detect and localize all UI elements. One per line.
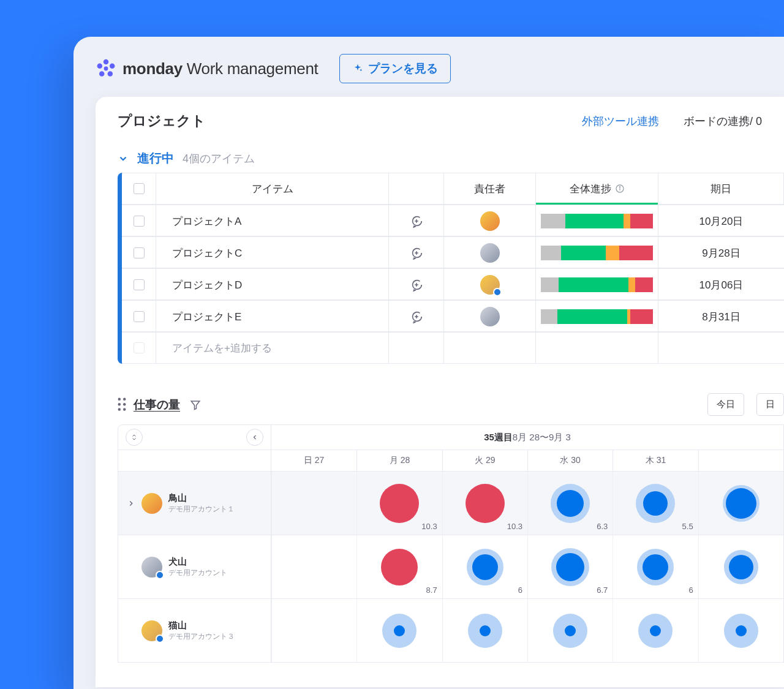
svg-point-19 — [118, 403, 121, 405]
owner-cell[interactable] — [444, 301, 536, 333]
today-button[interactable]: 今日 — [707, 393, 744, 416]
workload-bubble[interactable] — [637, 549, 674, 585]
due-date[interactable]: 9月28日 — [658, 237, 784, 269]
workload-value: 6 — [688, 585, 693, 595]
checkbox[interactable] — [134, 216, 145, 227]
board-integrations-label[interactable]: ボードの連携/ 0 — [684, 114, 762, 129]
chevron-right-icon[interactable] — [127, 499, 135, 508]
expand-rows-button[interactable] — [126, 429, 143, 446]
workload-title[interactable]: 仕事の量 — [134, 397, 180, 413]
item-name[interactable]: プロジェクトE — [156, 301, 389, 333]
add-chat-cell[interactable] — [389, 301, 444, 333]
progress-bar — [541, 277, 653, 292]
col-item[interactable]: アイテム — [156, 173, 389, 204]
day-header: 木 31 — [612, 450, 698, 471]
workload-person[interactable]: 鳥山 デモ用アカウント１ — [118, 472, 271, 535]
row-checkbox-cell[interactable] — [122, 205, 156, 237]
workload-bubble[interactable] — [467, 549, 503, 585]
workload-bubble[interactable] — [468, 614, 502, 648]
workload-person[interactable]: 猫山 デモ用アカウント３ — [118, 599, 271, 662]
person-name: 鳥山 — [168, 492, 235, 504]
due-date[interactable]: 8月31日 — [658, 301, 784, 333]
col-progress[interactable]: 全体進捗 — [536, 173, 658, 204]
checkbox — [134, 342, 145, 353]
item-name[interactable]: プロジェクトC — [156, 237, 389, 269]
day-toggle-button[interactable]: 日 — [756, 393, 784, 416]
item-name[interactable]: プロジェクトA — [156, 205, 389, 237]
add-chat-icon — [410, 214, 423, 228]
svg-point-5 — [104, 67, 108, 71]
workload-cell — [271, 472, 356, 535]
prev-week-button[interactable] — [246, 429, 263, 446]
table-row[interactable]: プロジェクトC 9月28日 — [122, 236, 784, 268]
workload-bubble[interactable] — [724, 614, 758, 648]
view-plans-label: プランを見る — [368, 61, 438, 77]
filter-icon[interactable] — [190, 399, 201, 410]
add-chat-cell[interactable] — [389, 237, 444, 269]
workload-bubble[interactable] — [466, 484, 505, 523]
workload-bubble[interactable] — [382, 614, 417, 648]
progress-bar — [541, 309, 653, 324]
add-chat-icon — [410, 278, 423, 292]
row-checkbox-cell[interactable] — [122, 301, 156, 333]
workload-bubble[interactable] — [724, 550, 758, 584]
checkbox[interactable] — [134, 183, 145, 194]
checkbox[interactable] — [134, 311, 145, 322]
workload-bubble[interactable] — [551, 484, 590, 523]
owner-cell[interactable] — [444, 237, 536, 269]
brand-text: monday Work management — [123, 59, 318, 78]
owner-cell[interactable] — [444, 205, 536, 237]
workload-cell: 5.5 — [612, 472, 698, 535]
workload-value: 6.7 — [597, 585, 608, 595]
select-all-cell[interactable] — [122, 173, 156, 204]
workload-bubble[interactable] — [636, 484, 675, 523]
progress-cell[interactable] — [536, 237, 658, 269]
workload-cell — [442, 599, 527, 662]
workload-bubble[interactable] — [551, 548, 589, 586]
col-owner[interactable]: 責任者 — [444, 173, 536, 204]
table-row[interactable]: プロジェクトA 10月20日 — [122, 205, 784, 236]
checkbox[interactable] — [134, 279, 145, 290]
workload-value: 6.3 — [597, 522, 608, 531]
workload-bubble[interactable] — [381, 549, 418, 585]
view-plans-button[interactable]: プランを見る — [339, 54, 451, 83]
progress-cell[interactable] — [536, 269, 658, 301]
svg-marker-23 — [191, 401, 200, 410]
external-tools-link[interactable]: 外部ツール連携 — [582, 114, 659, 129]
progress-cell[interactable] — [536, 205, 658, 237]
checkbox[interactable] — [134, 247, 145, 258]
add-chat-cell[interactable] — [389, 205, 444, 237]
person-text: 鳥山 デモ用アカウント１ — [168, 492, 235, 514]
avatar — [141, 557, 162, 578]
workload-value: 10.3 — [421, 522, 437, 531]
table-row[interactable]: プロジェクトD 10月06日 — [122, 268, 784, 300]
workload-bubble[interactable] — [723, 485, 760, 522]
table-row[interactable]: プロジェクトE 8月31日 — [122, 300, 784, 332]
add-item-row[interactable]: アイテムを+追加する — [122, 332, 784, 364]
group-header[interactable]: 進行中 4個のアイテム — [96, 141, 784, 173]
workload-bubble[interactable] — [638, 614, 673, 648]
workload-bubble[interactable] — [553, 614, 587, 648]
due-date[interactable]: 10月06日 — [658, 269, 784, 301]
day-header: 月 28 — [356, 450, 442, 471]
add-chat-cell[interactable] — [389, 269, 444, 301]
person-name: 猫山 — [168, 620, 235, 631]
app-header: monday Work management プランを見る — [74, 37, 784, 97]
avatar — [141, 493, 162, 514]
row-checkbox-cell[interactable] — [122, 237, 156, 269]
info-icon[interactable] — [615, 184, 625, 194]
col-chat — [389, 173, 444, 204]
day-header: 火 29 — [442, 450, 527, 471]
progress-cell[interactable] — [536, 301, 658, 333]
row-checkbox-cell[interactable] — [122, 269, 156, 301]
app-window: monday Work management プランを見る プロジェクト 外部ツ… — [74, 37, 784, 689]
due-date[interactable]: 10月20日 — [658, 205, 784, 237]
drag-handle-icon[interactable] — [118, 397, 126, 411]
workload-bubble[interactable] — [380, 484, 419, 523]
owner-cell[interactable] — [444, 269, 536, 301]
col-due[interactable]: 期日 — [658, 173, 784, 204]
workload-person[interactable]: 犬山 デモ用アカウント — [118, 535, 271, 598]
item-name[interactable]: プロジェクトD — [156, 269, 389, 301]
workload-value: 10.3 — [507, 522, 522, 531]
add-item-placeholder[interactable]: アイテムを+追加する — [156, 333, 389, 363]
